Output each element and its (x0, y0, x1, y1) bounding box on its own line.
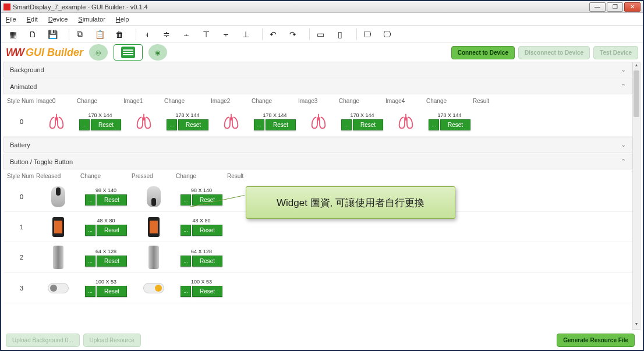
toolbar-align-top-icon[interactable]: ⊤ (199, 27, 213, 41)
toolbar-align-center-v-icon[interactable]: ⫟ (219, 27, 233, 41)
menu-edit[interactable]: Edit (27, 16, 38, 23)
thumb-lungs-4 (385, 112, 426, 132)
toolbar-redo-icon[interactable]: ↷ (286, 27, 300, 41)
reset-button[interactable]: Reset (97, 225, 127, 236)
browse-button[interactable]: ... (181, 225, 191, 236)
browse-button[interactable]: ... (181, 256, 191, 267)
toolbar-new-icon[interactable]: ▦ (6, 27, 20, 41)
browse-button[interactable]: ... (85, 225, 95, 236)
reset-button[interactable]: Reset (192, 286, 222, 297)
toolbar-save-icon[interactable]: 💾 (45, 27, 59, 41)
scroll-down-icon[interactable]: ▾ (633, 321, 640, 329)
upload-resource-button[interactable]: Upload Resource (83, 334, 141, 347)
window-minimize-button[interactable]: — (589, 2, 606, 12)
col-change3: Change (339, 98, 385, 104)
window-maximize-button[interactable]: ❐ (607, 2, 623, 12)
toolbar-copy-icon[interactable]: ⧉ (73, 27, 87, 41)
toolbar-align-left-icon[interactable]: ⫞ (140, 27, 154, 41)
section-animated-header[interactable]: Animated ⌃ (3, 79, 632, 94)
logo-mark: WW (6, 47, 23, 59)
menu-file[interactable]: File (6, 16, 16, 23)
reset-button[interactable]: Reset (97, 194, 127, 205)
reset-button[interactable]: Reset (266, 119, 296, 130)
col-image1: Image1 (123, 98, 164, 104)
footer-bar: Upload Background 0... Upload Resource G… (3, 332, 641, 348)
reset-button[interactable]: Reset (353, 119, 383, 130)
test-device-button[interactable]: Test Device (593, 46, 638, 59)
section-battery-header[interactable]: Battery ⌄ (3, 137, 632, 153)
section-background-header[interactable]: Background ⌄ (3, 62, 632, 77)
browse-button[interactable]: ... (79, 119, 90, 130)
browse-button[interactable]: ... (85, 256, 95, 267)
browse-button[interactable]: ... (429, 119, 439, 130)
toolbar-screen2-icon[interactable]: ▯ (333, 27, 347, 41)
toolbar-align-center-h-icon[interactable]: ≑ (160, 27, 174, 41)
disconnect-device-button[interactable]: Disconnect to Device (518, 46, 590, 59)
toolbar-screen1-icon[interactable]: ▭ (313, 27, 327, 41)
toolbar-align-bottom-icon[interactable]: ⊥ (239, 27, 253, 41)
upload-background-button[interactable]: Upload Background 0... (6, 334, 80, 347)
reset-button[interactable]: Reset (97, 256, 127, 267)
chevron-down-icon: ⌄ (621, 66, 626, 73)
app-icon (3, 3, 10, 10)
reset-button[interactable]: Reset (178, 119, 208, 130)
col-change1: Change (164, 98, 211, 104)
menu-bar: File Edit Device Simulator Help (1, 13, 643, 26)
toolbar-display2-icon[interactable]: 🖵 (380, 27, 394, 41)
browse-button[interactable]: ... (181, 194, 191, 205)
browse-button[interactable]: ... (254, 119, 264, 130)
reset-button[interactable]: Reset (97, 286, 127, 297)
animated-column-headers: Style Num Image0 Change Image1 Change Im… (3, 95, 632, 107)
browse-button[interactable]: ... (181, 286, 191, 297)
phone-icon (148, 217, 160, 237)
toggle-off-icon (48, 283, 69, 293)
scroll-up-icon[interactable]: ▴ (633, 62, 640, 70)
reset-button[interactable]: Reset (192, 225, 222, 236)
col-released: Released (36, 173, 80, 179)
button-row-2: 2 64 X 128...Reset 64 X 128...Reset (3, 242, 632, 273)
browse-button[interactable]: ... (85, 286, 95, 297)
browse-button[interactable]: ... (85, 194, 95, 205)
reset-button[interactable]: Reset (440, 119, 470, 130)
generate-resource-file-button[interactable]: Generate Resource File (557, 334, 635, 347)
toolbar-display1-icon[interactable]: 🖵 (360, 27, 374, 41)
col-image3: Image3 (298, 98, 339, 104)
browse-button[interactable]: ... (167, 119, 177, 130)
chevron-up-icon: ⌃ (621, 83, 626, 90)
connect-device-button[interactable]: Connect to Device (451, 46, 515, 59)
toolbar-paste-icon[interactable]: 📋 (93, 27, 107, 41)
window-close-button[interactable]: ✕ (624, 2, 641, 12)
annotation-callout: Widget 圖資, 可讓使用者自行更換 (246, 186, 455, 219)
reset-button[interactable]: Reset (192, 256, 222, 267)
col-change: Change (80, 173, 132, 179)
toolbar-align-right-icon[interactable]: ⫠ (179, 27, 193, 41)
col-result: Result (227, 173, 274, 179)
toggle-on-icon (143, 283, 164, 293)
reset-button[interactable]: Reset (91, 119, 121, 130)
col-image0: Image0 (36, 98, 77, 104)
toolbar-delete-icon[interactable]: 🗑 (112, 27, 126, 41)
vertical-scrollbar[interactable]: ▴ ▾ (632, 62, 641, 330)
browse-button[interactable]: ... (341, 119, 352, 130)
col-image4: Image4 (385, 98, 426, 104)
view-mode-grid-button[interactable]: ◎ (89, 44, 108, 61)
menu-device[interactable]: Device (48, 16, 68, 23)
window-title: SmartDisplay_7_example - GUI Builder - v… (13, 3, 588, 10)
view-mode-target-button[interactable]: ◉ (148, 44, 167, 61)
col-image2: Image2 (211, 98, 252, 104)
thumb-lungs-1 (123, 112, 164, 132)
menu-simulator[interactable]: Simulator (78, 16, 105, 23)
reset-button[interactable]: Reset (192, 194, 222, 205)
col-stylenum: Style Num (7, 98, 36, 104)
app-logo: WW GUI Builder (6, 47, 83, 59)
toolbar-open-icon[interactable]: 🗋 (26, 27, 40, 41)
scrollbar-thumb[interactable] (634, 70, 639, 117)
thumb-lungs-3 (298, 112, 339, 132)
col-result: Result (473, 98, 508, 104)
section-button-header[interactable]: Button / Toggle Button ⌃ (3, 154, 632, 169)
section-animated-title: Animated (10, 83, 37, 90)
logo-row: WW GUI Builder ◎ ◉ Connect to Device Dis… (1, 43, 643, 62)
menu-help[interactable]: Help (116, 16, 129, 23)
view-mode-list-button[interactable] (114, 44, 143, 61)
toolbar-undo-icon[interactable]: ↶ (266, 27, 280, 41)
